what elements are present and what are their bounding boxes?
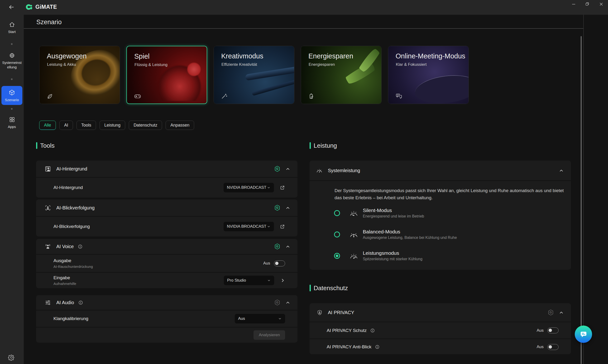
collapse-chevron-up-icon[interactable] xyxy=(285,300,290,305)
gimate-feature-badge-icon-disabled: G xyxy=(548,309,554,316)
info-icon[interactable] xyxy=(375,344,380,350)
collapse-chevron-up-icon[interactable] xyxy=(285,244,290,249)
panel-title: Systemleistung xyxy=(328,168,360,173)
filter-chip-leistung[interactable]: Leistung xyxy=(100,121,125,130)
home-icon xyxy=(9,21,15,28)
gimate-feature-badge-icon-disabled: G xyxy=(274,299,280,306)
chat-assistant-fab[interactable] xyxy=(575,325,592,343)
external-link-icon[interactable] xyxy=(280,185,285,190)
cube-3d-icon xyxy=(9,89,15,96)
scenario-card-energiesparen[interactable]: Energiesparen Energiesparen xyxy=(301,46,382,104)
sidebar-item-systemeinstellung[interactable]: Systemeinstellung xyxy=(1,52,22,69)
radio-unselected[interactable] xyxy=(334,232,340,237)
close-button[interactable] xyxy=(594,0,608,8)
toggle-knob xyxy=(549,345,552,349)
main-content: Szenario Ausgewogen Leistung & Akku Spie… xyxy=(24,15,608,364)
scenario-card-kreativmodus[interactable]: Kreativmodus Effiziente Kreativität xyxy=(214,46,294,104)
page-title: Szenario xyxy=(36,19,62,26)
filter-chip-ai[interactable]: AI xyxy=(59,121,73,130)
mode-option-leistung[interactable]: Leistungsmodus Spitzenleistung mit stark… xyxy=(310,245,571,266)
row-sublabel: AI-Rauschunterdrückung xyxy=(53,264,93,269)
chevron-down-icon xyxy=(278,317,282,321)
chip-icon xyxy=(9,52,15,59)
meeting-chat-icon xyxy=(395,93,402,100)
klangkalibrierung-dropdown[interactable]: Aus xyxy=(235,314,285,323)
toggle-state-label: Aus xyxy=(263,261,270,266)
toggle-knob xyxy=(549,329,552,332)
panel-header-ai-audio[interactable]: AI Audio G xyxy=(36,295,297,310)
card-title: Energiesparen xyxy=(308,52,353,60)
section-title: Tools xyxy=(40,142,55,149)
collapse-chevron-up-icon[interactable] xyxy=(285,205,290,210)
svg-text:G: G xyxy=(276,245,278,248)
filter-chip-datenschutz[interactable]: Datenschutz xyxy=(129,121,162,130)
panel-ai-audio: AI Audio G Klangkalibrierung xyxy=(36,295,297,343)
panel-header-ai-privacy[interactable]: AI PRIVACY G xyxy=(310,303,571,322)
row-sublabel: Aufnahmehilfe xyxy=(53,282,76,286)
panel-header-ai-voice[interactable]: AI Voice G xyxy=(36,239,297,254)
vertical-scrollbar[interactable] xyxy=(581,36,582,364)
filter-chip-tools[interactable]: Tools xyxy=(77,121,96,130)
leaf-icon xyxy=(47,93,53,100)
ausgabe-toggle[interactable] xyxy=(274,260,285,266)
sidebar-item-start[interactable]: Start xyxy=(1,21,22,34)
card-title: Ausgewogen xyxy=(47,52,87,60)
scenario-card-spiel[interactable]: Spiel Flüssig & Leistung xyxy=(126,46,207,104)
collapse-chevron-up-icon[interactable] xyxy=(559,168,564,173)
panel-header-ai-blickverfolgung[interactable]: AI-Blickverfolgung G xyxy=(36,199,297,216)
sidebar-item-label: Szenario xyxy=(5,98,19,102)
ai-privacy-anti-blick-toggle[interactable] xyxy=(547,344,559,350)
row-label: Ausgabe xyxy=(53,258,93,263)
filter-chip-anpassen[interactable]: Anpassen xyxy=(166,121,194,130)
sidebar-item-label: Apps xyxy=(8,124,16,129)
info-icon[interactable] xyxy=(78,244,83,249)
sidebar-item-apps[interactable]: Apps xyxy=(1,116,22,129)
ai-hintergrund-provider-dropdown[interactable]: NVIDIA BROADCAST xyxy=(224,183,274,192)
external-link-icon[interactable] xyxy=(280,224,285,229)
scenario-card-ausgewogen[interactable]: Ausgewogen Leistung & Akku xyxy=(39,46,120,104)
filter-chip-alle[interactable]: Alle xyxy=(39,121,56,130)
gear-icon xyxy=(8,354,15,361)
card-subtitle: Flüssig & Leistung xyxy=(134,63,168,67)
ai-blickverfolgung-provider-dropdown[interactable]: NVIDIA BROADCAST xyxy=(224,222,274,231)
sidebar-item-szenario[interactable]: Szenario xyxy=(1,86,22,105)
settings-gear-button[interactable] xyxy=(8,354,15,361)
panel-ai-hintergrund: AI-Hintergrund G AI-Hintergrund NVIDIA B… xyxy=(36,160,297,197)
back-button[interactable] xyxy=(8,4,15,10)
analysieren-button[interactable]: Analysieren xyxy=(253,330,285,340)
radio-unselected[interactable] xyxy=(334,210,340,216)
collapse-chevron-up-icon[interactable] xyxy=(285,167,290,171)
eingabe-profile-dropdown[interactable]: Pro Studio xyxy=(224,276,274,285)
chevron-right-icon[interactable] xyxy=(280,278,285,283)
ai-privacy-schutz-toggle[interactable] xyxy=(547,327,559,333)
gimate-feature-badge-icon: G xyxy=(274,205,280,211)
section-heading-datenschutz: Datenschutz xyxy=(310,284,348,293)
chevron-down-icon xyxy=(267,279,271,282)
info-icon[interactable] xyxy=(370,328,375,333)
dropdown-value: Aus xyxy=(238,316,245,321)
minimize-button[interactable] xyxy=(567,0,581,8)
scenario-card-online-meeting[interactable]: Online-Meeting-Modus Klar & Fokussiert xyxy=(388,46,469,104)
app-window: GiMATE xyxy=(0,0,608,364)
collapse-chevron-up-icon[interactable] xyxy=(559,310,564,315)
row-label: AI PRIVACY Anti-Blick xyxy=(327,344,371,350)
radio-selected[interactable] xyxy=(334,253,340,259)
mode-option-silent[interactable]: Silent-Modus Energiesparend und leise im… xyxy=(310,202,571,224)
sidebar-separator-dot xyxy=(11,43,13,45)
panel-title: AI Audio xyxy=(56,300,74,305)
panel-header-systemleistung[interactable]: Systemleistung xyxy=(310,160,571,181)
info-icon[interactable] xyxy=(78,300,83,305)
svg-text:G: G xyxy=(276,301,278,304)
maximize-button[interactable] xyxy=(581,0,594,8)
section-title: Datenschutz xyxy=(314,285,348,292)
panel-ai-blickverfolgung: AI-Blickverfolgung G AI-Blickverfolgung … xyxy=(36,199,297,236)
panel-header-ai-hintergrund[interactable]: AI-Hintergrund G xyxy=(36,160,297,177)
dropdown-value: NVIDIA BROADCAST xyxy=(227,185,266,190)
section-title: Leistung xyxy=(314,142,337,149)
row-label: AI-Hintergrund xyxy=(53,185,83,190)
titlebar: GiMATE xyxy=(0,0,608,15)
dropdown-value: NVIDIA BROADCAST xyxy=(227,224,266,229)
gauge-high-icon xyxy=(349,252,358,260)
magic-wand-icon xyxy=(221,93,228,100)
mode-option-balanced[interactable]: Balanced-Modus Ausgewogene Leistung, Bal… xyxy=(310,224,571,245)
